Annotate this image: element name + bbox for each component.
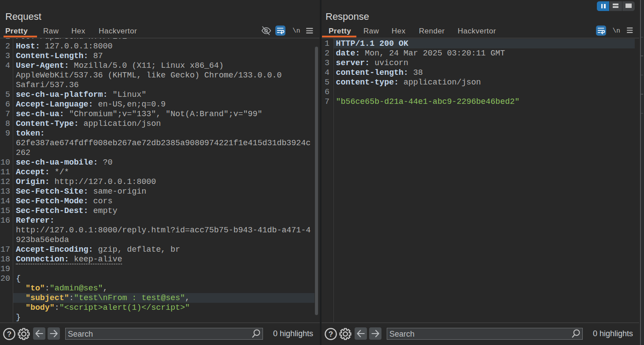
svg-text:?: ?	[329, 330, 333, 338]
svg-text:?: ?	[7, 330, 11, 338]
